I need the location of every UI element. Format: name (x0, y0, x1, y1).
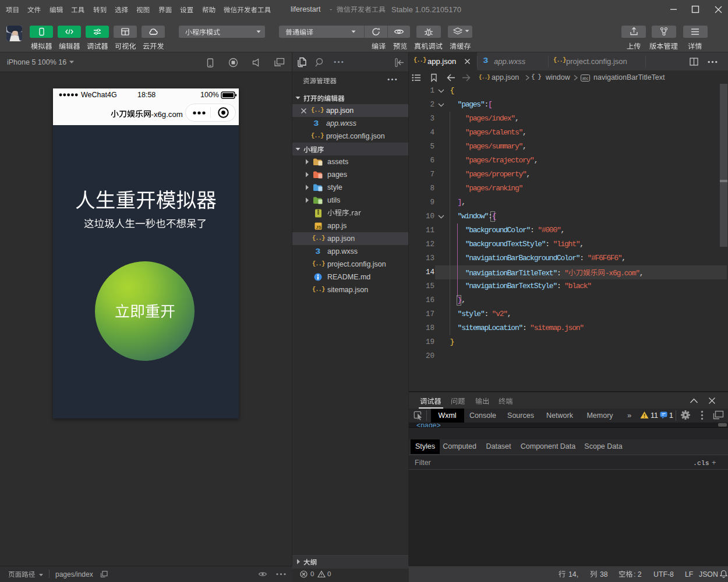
svg-text:abc: abc (582, 76, 589, 80)
svg-text:JS: JS (316, 225, 321, 230)
